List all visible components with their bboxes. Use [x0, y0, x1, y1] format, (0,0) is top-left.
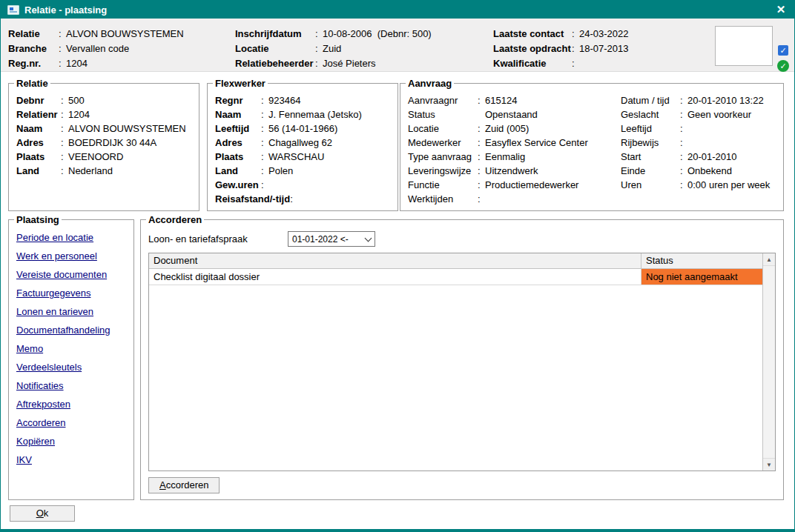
field-label: Aanvraagnr [408, 93, 478, 107]
plaatsing-menu-item[interactable]: Periode en locatie [16, 232, 93, 243]
plaatsing-menu-item[interactable]: IKV [16, 454, 32, 465]
vertical-scrollbar[interactable]: ▲ ▼ [762, 253, 775, 471]
loon-tariefafspraak-row: Loon- en tariefafspraak 01-01-2022 <- [148, 231, 776, 247]
field-row: Functie : Productiemedewerker [408, 178, 621, 192]
field-row: Debnr : 500 [16, 93, 191, 107]
accorderen-button[interactable]: Accorderen [148, 477, 220, 493]
field-label: Geslacht [621, 107, 680, 122]
field-separator: : [680, 150, 687, 164]
header-field-row: Kwalificatie : [493, 56, 629, 71]
status-cell[interactable]: Nog niet aangemaakt [641, 269, 762, 285]
field-value: Easyflex Service Center [485, 136, 588, 150]
field-value: 615124 [485, 93, 517, 107]
field-separator: : [680, 107, 687, 122]
field-separator: : [680, 136, 687, 150]
relatie-box-title: Relatie [14, 78, 50, 89]
field-separator: : [61, 150, 68, 164]
header-summary: Relatie : ALVON BOUWSYSTEMEN Branche : V… [1, 19, 794, 72]
field-separator: : [261, 107, 268, 122]
scroll-up-icon[interactable]: ▲ [763, 253, 775, 266]
field-label: Laatste opdracht [493, 41, 572, 56]
aanvraag-box: Aanvraag Aanvraagnr : 615124 Status Open… [400, 78, 784, 211]
field-separator: : [680, 122, 687, 136]
table-row[interactable]: Checklist digitaal dossier Nog niet aang… [149, 269, 762, 285]
scrollbar-track[interactable] [763, 266, 775, 458]
bottom-border [1, 529, 794, 531]
plaatsing-menu-item[interactable]: Werk en personeel [16, 250, 97, 262]
field-row: Naam : ALVON BOUWSYSTEMEN [16, 122, 191, 136]
field-value: Eenmalig [485, 150, 525, 164]
field-label: Locatie [408, 122, 478, 136]
field-separator: : [478, 192, 485, 206]
field-row: Rijbewijs : [621, 136, 776, 150]
loon-tariefafspraak-label: Loon- en tariefafspraak [148, 233, 288, 245]
field-row: Start : 20-01-2010 [621, 150, 776, 164]
titlebar[interactable]: Relatie - plaatsing ✕ [1, 1, 794, 19]
field-row: Status Openstaand [408, 107, 621, 122]
button-mnemonic: O [36, 508, 44, 519]
field-label: Adres [16, 136, 61, 150]
field-value: 10-08-2006 (Debnr: 500) [323, 27, 432, 41]
plaatsing-menu-item[interactable]: Vereiste documenten [16, 269, 107, 280]
ok-button[interactable]: Ok [10, 505, 75, 522]
field-row: Leveringswijze : Uitzendwerk [408, 164, 621, 178]
field-label: Debnr [16, 93, 61, 107]
button-label-rest: k [44, 508, 49, 519]
field-row: Locatie : Zuid (005) [408, 122, 621, 136]
field-label: Locatie [235, 41, 315, 56]
aanvraag-right-fields: Datum / tijd : 20-01-2010 13:22 Geslacht… [621, 93, 776, 206]
close-icon[interactable]: ✕ [774, 3, 788, 16]
header-col-inschrijving: Inschrijfdatum : 10-08-2006 (Debnr: 500)… [235, 27, 432, 71]
field-separator: : [478, 93, 485, 107]
field-separator [478, 107, 485, 122]
header-field-row: Laatste contact : 24-03-2022 [493, 27, 629, 41]
scroll-down-icon[interactable]: ▼ [763, 458, 775, 471]
plaatsing-menu-item[interactable]: Documentafhandeling [16, 325, 110, 336]
field-label: Relatiebeheerder [235, 56, 315, 71]
field-label: Land [16, 164, 61, 178]
field-label: Uren [621, 178, 680, 192]
flexwerker-fields: Regnr : 923464 Naam : J. Fennemaa (Jetsk… [215, 93, 390, 206]
field-separator: : [572, 56, 579, 71]
plaatsing-menu-item[interactable]: Factuurgegevens [16, 287, 90, 299]
plaatsing-menu-item[interactable]: Lonen en tarieven [16, 306, 93, 317]
plaatsing-menu-item[interactable]: Notificaties [16, 380, 64, 391]
field-value: VEENOORD [68, 150, 123, 164]
field-value: Uitzendwerk [485, 164, 538, 178]
field-separator: : [61, 136, 68, 150]
plaatsing-menu-item[interactable]: Aftrekposten [16, 399, 70, 410]
field-separator: : [680, 93, 687, 107]
field-separator: : [478, 122, 485, 136]
plaatsing-menu-item[interactable]: Kopiëren [16, 436, 55, 447]
document-cell[interactable]: Checklist digitaal dossier [149, 269, 641, 285]
field-row: Leeftijd : 56 (14-01-1966) [215, 122, 390, 136]
green-check-icon: ✓ [777, 60, 789, 72]
plaatsing-menu-item[interactable]: Verdeelsleutels [16, 362, 82, 373]
field-separator: : [680, 178, 687, 192]
field-value: J. Fennemaa (Jetsko) [268, 107, 362, 122]
field-value: 500 [68, 93, 85, 107]
plaatsing-menu-item[interactable]: Accorderen [16, 417, 65, 428]
plaatsing-menu-item[interactable]: Memo [16, 343, 43, 354]
field-value: Productiemedewerker [485, 178, 578, 192]
blue-checkbox-icon[interactable]: ✓ [778, 45, 788, 56]
field-separator: : [61, 93, 68, 107]
field-value: Openstaand [485, 107, 538, 122]
field-separator: : [261, 136, 268, 150]
field-value: Chagallweg 62 [268, 136, 332, 150]
accorderen-box: Accorderen Loon- en tariefafspraak 01-01… [140, 214, 784, 500]
field-value: José Pieters [323, 56, 376, 71]
field-separator: : [572, 41, 579, 56]
field-label: Naam [215, 107, 261, 122]
field-separator: : [59, 41, 66, 56]
field-separator: : [290, 192, 297, 206]
field-label: Leveringswijze [408, 164, 478, 178]
field-value: 18-07-2013 [579, 41, 629, 56]
app-icon [7, 5, 19, 15]
field-value: 1204 [68, 107, 90, 122]
field-value: WARSCHAU [268, 150, 324, 164]
field-separator: : [59, 56, 66, 71]
field-separator: : [261, 164, 268, 178]
header-field-row: Branche : Vervallen code [8, 41, 184, 56]
loon-tariefafspraak-select[interactable]: 01-01-2022 <- [288, 231, 375, 247]
